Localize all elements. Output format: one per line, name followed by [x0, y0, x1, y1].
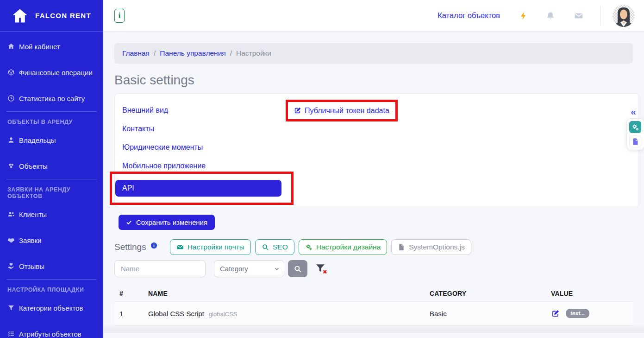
- sidebar-item-label: Владельцы: [19, 136, 56, 144]
- design-settings-label: Настройки дизайна: [316, 243, 381, 251]
- settings-title: Settings: [114, 242, 146, 252]
- sidebar-item-object-attributes[interactable]: Атрибуты объектов: [0, 321, 103, 338]
- mail-settings-button[interactable]: Настройки почты: [170, 239, 251, 255]
- sidebar-nav: Мой кабинет Финансовые операции Статисти…: [0, 32, 103, 338]
- sidebar-item-objects[interactable]: Объекты: [0, 153, 103, 179]
- filter-toolbar: Category: [114, 260, 633, 277]
- info-icon[interactable]: [150, 242, 157, 249]
- cube-icon: [7, 69, 16, 77]
- col-category: CATEGORY: [430, 290, 551, 297]
- row-value-cell: text...: [551, 309, 633, 318]
- brand[interactable]: FALCON RENT: [0, 0, 103, 32]
- breadcrumb-separator: /: [230, 49, 232, 57]
- seo-label: SEO: [273, 243, 288, 251]
- sidebar-section-rent-objects: ОБЪЕКТЫ В АРЕНДУ: [0, 112, 103, 127]
- table-row: 1 Global CSS Script globalCSS Basic text…: [114, 302, 633, 325]
- gears-icon: [631, 123, 639, 131]
- side-tools-panel: [626, 118, 644, 150]
- mail-settings-label: Настройки почты: [188, 243, 244, 251]
- setting-name: Global CSS Script: [148, 310, 204, 318]
- name-filter-input[interactable]: [114, 260, 206, 277]
- setting-key: globalCSS: [209, 311, 237, 318]
- dadata-token-link[interactable]: Публичный токен dadata: [288, 107, 389, 115]
- sidebar-item-label: Объекты: [19, 162, 48, 170]
- file-icon: [631, 138, 639, 146]
- bell-icon[interactable]: [546, 11, 555, 20]
- col-value: VALUE: [551, 290, 633, 297]
- row-number: 1: [119, 310, 148, 318]
- dadata-token-label: Публичный токен dadata: [305, 107, 389, 115]
- sidebar-item-owners[interactable]: Владельцы: [0, 127, 103, 153]
- sidebar-item-object-categories[interactable]: Категории объектов: [0, 295, 103, 321]
- clock-icon: [7, 95, 16, 102]
- breadcrumb-separator: /: [154, 49, 156, 57]
- lightning-icon[interactable]: [519, 11, 527, 20]
- sidebar-item-label: Статистика по сайту: [19, 95, 85, 102]
- sidebar-item-site-statistics[interactable]: Статистика по сайту: [0, 85, 103, 111]
- sidebar-item-label: Клиенты: [19, 210, 47, 218]
- breadcrumb: Главная / Панель управления / Настройки: [114, 43, 633, 64]
- sidebar-section-platform-settings: НАСТРОЙКА ПЛОЩАДКИ: [0, 280, 103, 295]
- breadcrumb-home[interactable]: Главная: [122, 49, 150, 57]
- tab-api-active[interactable]: API: [115, 180, 281, 197]
- tab-contacts[interactable]: Контакты: [122, 124, 154, 143]
- sidebar-item-clients[interactable]: Клиенты: [0, 201, 103, 227]
- table-header: # NAME CATEGORY VALUE: [114, 285, 633, 302]
- sidebar-item-label: Атрибуты объектов: [19, 330, 81, 338]
- save-changes-label: Сохранить изменения: [136, 218, 207, 226]
- file-icon: [398, 243, 405, 251]
- clear-filter-icon[interactable]: [315, 262, 328, 275]
- handshake-icon: [7, 236, 16, 244]
- annotation-box-dadata: Публичный токен dadata: [286, 100, 398, 121]
- search-icon: [262, 243, 269, 251]
- check-icon: [126, 219, 132, 225]
- home-icon: [7, 43, 16, 51]
- topbar-right: Каталог объектов: [438, 5, 635, 27]
- breadcrumb-current: Настройки: [236, 49, 271, 57]
- settings-tabs-card: Внешний вид Контакты Юридические моменты…: [114, 93, 639, 207]
- table-bottom-strip: [103, 325, 644, 333]
- col-number: #: [119, 290, 148, 297]
- page-title: Basic settings: [114, 73, 633, 88]
- file-tool-button[interactable]: [629, 135, 641, 147]
- gears-icon: [305, 243, 313, 251]
- sidebar-item-label: Категории объектов: [19, 304, 83, 312]
- design-settings-button[interactable]: Настройки дизайна: [299, 239, 388, 255]
- mail-icon[interactable]: [574, 11, 583, 20]
- funnel-icon: [7, 304, 16, 312]
- row-name-cell: Global CSS Script globalCSS: [148, 310, 430, 318]
- row-category: Basic: [430, 310, 551, 318]
- sidebar-item-requests[interactable]: Заявки: [0, 227, 103, 253]
- edit-value-icon[interactable]: [551, 309, 560, 318]
- app-root: FALCON RENT Мой кабинет Финансовые опера…: [0, 0, 644, 338]
- search-icon: [294, 265, 302, 273]
- breadcrumb-control-panel[interactable]: Панель управления: [160, 49, 225, 57]
- checklist-icon: [7, 330, 16, 338]
- design-tools-button[interactable]: [629, 121, 641, 133]
- settings-table: # NAME CATEGORY VALUE 1 Global CSS Scrip…: [114, 285, 633, 333]
- catalog-link[interactable]: Каталог объектов: [438, 11, 500, 20]
- value-preview-badge[interactable]: text...: [566, 309, 589, 318]
- sidebar-item-financial-operations[interactable]: Финансовые операции: [0, 59, 103, 85]
- search-button[interactable]: [288, 260, 307, 277]
- system-options-button[interactable]: SystemOptions.js: [391, 239, 471, 255]
- collapse-panel-icon[interactable]: «: [631, 107, 636, 116]
- category-select[interactable]: Category: [214, 260, 284, 277]
- sidebar-item-reviews[interactable]: Отзывы: [0, 253, 103, 279]
- sidebar-item-my-cabinet[interactable]: Мой кабинет: [0, 33, 103, 59]
- falcon-rent-logo-icon: [11, 7, 29, 25]
- sidebar-item-label: Заявки: [19, 236, 41, 244]
- topbar: i Каталог объектов: [103, 0, 644, 32]
- tab-mobile-app[interactable]: Мобильное приложение: [122, 161, 206, 180]
- settings-toolbar: Settings Настройки почты SEO Настройки д…: [114, 239, 633, 255]
- save-changes-button[interactable]: Сохранить изменения: [119, 215, 215, 230]
- sidebar-item-label: Отзывы: [19, 262, 44, 270]
- seo-button[interactable]: SEO: [255, 239, 294, 255]
- info-button[interactable]: i: [114, 9, 125, 23]
- tab-legal[interactable]: Юридические моменты: [122, 143, 203, 161]
- user-avatar[interactable]: [613, 5, 635, 27]
- col-name: NAME: [148, 290, 430, 297]
- tab-appearance[interactable]: Внешний вид: [122, 106, 168, 124]
- heart-hand-icon: [7, 262, 16, 270]
- chevron-down-icon: [274, 266, 280, 272]
